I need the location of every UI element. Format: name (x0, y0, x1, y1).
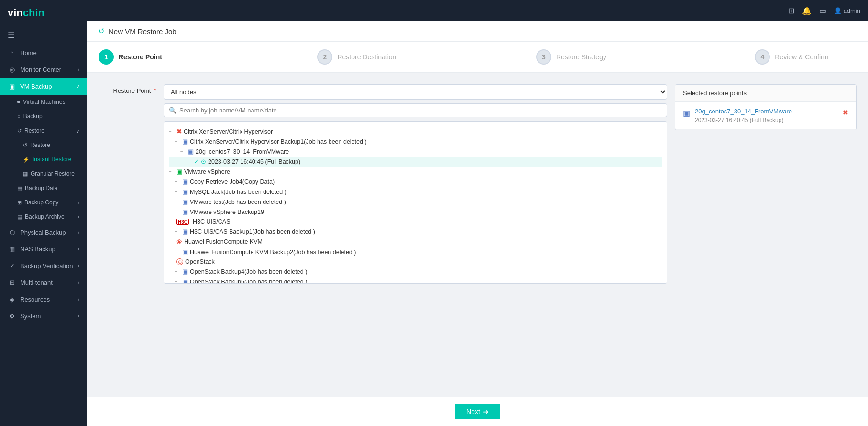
sidebar-item-backup-data[interactable]: ▤ Backup Data (0, 181, 87, 195)
chevron-right-icon: › (78, 247, 79, 252)
user-menu[interactable]: 👤 admin (834, 7, 860, 14)
content-body: Restore Point * All nodes (87, 73, 868, 397)
sidebar-item-multi-tenant[interactable]: ⊞ Multi-tenant › (0, 274, 87, 291)
tree-node-h3c[interactable]: − H3C H3C UIS/CAS (169, 217, 662, 226)
tenant-icon: ⊞ (8, 279, 16, 286)
sidebar-item-physical-backup[interactable]: ⬡ Physical Backup › (0, 224, 87, 241)
tree-node-huawei[interactable]: − ❀ Huawei FusionCompute KVM (169, 236, 662, 247)
page-title: New VM Restore Job (109, 27, 176, 35)
toggle-icon: − (169, 129, 175, 134)
grid-icon[interactable]: ⊞ (788, 6, 794, 15)
main-content: ⊞ 🔔 ▭ 👤 admin ↺ New VM Restore Job 1 Res… (87, 0, 868, 426)
sidebar-item-label: Backup Verification (20, 262, 73, 269)
sidebar-item-home[interactable]: ⌂ Home (0, 45, 87, 61)
step-3: 3 Restore Strategy (536, 49, 638, 65)
sidebar-item-label: Backup Data (25, 185, 58, 191)
tree-node-openstack-backup4[interactable]: + ▣ OpenStack Backup4(Job has been delet… (169, 267, 662, 277)
sidebar-item-restore[interactable]: ↺ Restore ∨ (0, 123, 87, 138)
next-button-label: Next (466, 408, 480, 415)
step-2-label: Restore Destination (337, 53, 396, 61)
tree-node-mysql-jack[interactable]: + ▣ MySQL Jack(Job has been deleted ) (169, 187, 662, 197)
sidebar-item-restore-sub[interactable]: ↺ Restore (0, 138, 87, 152)
next-button[interactable]: Next ➜ (455, 404, 500, 419)
vmware-icon: ▣ (176, 168, 182, 175)
tree-node-openstack[interactable]: − ⊙ OpenStack (169, 257, 662, 267)
sidebar-item-vm-backup[interactable]: ▣ VM Backup ∨ (0, 78, 87, 95)
sidebar-toggle[interactable]: ☰ (0, 26, 87, 45)
tree-node-vmware[interactable]: − ▣ VMware vSphere (169, 167, 662, 177)
step-3-label: Restore Strategy (556, 53, 606, 61)
tree-node-citrix[interactable]: − ✖ Citrix XenServer/Citrix Hypervisor (169, 126, 662, 136)
toggle-icon: + (175, 209, 180, 214)
tree-node-citrix-backup1[interactable]: − ▣ Citrix XenServer/Citrix Hypervisor B… (169, 136, 662, 146)
sidebar-item-resources[interactable]: ◈ Resources › (0, 291, 87, 308)
nodes-dropdown[interactable]: All nodes (164, 84, 667, 100)
username: admin (844, 7, 860, 14)
job-icon: ▣ (182, 208, 188, 215)
restore-point-label: Restore Point * (113, 84, 156, 94)
dot-icon (17, 101, 20, 103)
page-header: ↺ New VM Restore Job (87, 21, 868, 42)
job-icon: ▣ (182, 198, 188, 205)
sidebar-item-virtual-machines[interactable]: Virtual Machines (0, 95, 87, 109)
remove-selected-button[interactable]: ✖ (843, 108, 848, 116)
vm-restore-icon: ▣ (683, 108, 690, 118)
home-icon: ⌂ (8, 49, 16, 56)
sidebar-item-backup[interactable]: ○ Backup (0, 109, 87, 123)
sidebar-item-backup-archive[interactable]: ▤ Backup Archive › (0, 210, 87, 224)
step-1: 1 Restore Point (99, 49, 200, 65)
hypervisor-icon: ✖ (176, 128, 182, 135)
sidebar-item-label: NAS Backup (20, 246, 55, 253)
resources-icon: ◈ (8, 296, 16, 303)
search-box: 🔍 (164, 103, 667, 117)
sidebar-item-label: VM Backup (20, 83, 52, 90)
step-connector-2 (427, 57, 528, 57)
toggle-icon: − (180, 149, 186, 154)
selected-check-icon: ✓ (194, 158, 199, 165)
job-icon: ▣ (182, 228, 188, 235)
toggle-icon: + (175, 199, 180, 204)
sidebar-item-instant-restore[interactable]: ⚡ Instant Restore (0, 152, 87, 167)
tree-node-vmware-backup19[interactable]: + ▣ VMware vSphere Backup19 (169, 207, 662, 217)
toggle-icon: − (169, 239, 175, 245)
restore-sub-icon: ↺ (23, 142, 27, 148)
job-icon: ▣ (182, 188, 188, 195)
tree-node-centos-vm[interactable]: − ▣ 20g_centos7_30_14_FromVMware (169, 146, 662, 157)
bell-icon[interactable]: 🔔 (802, 6, 812, 15)
toggle-icon: + (175, 269, 180, 274)
nodes-dropdown-wrapper: All nodes (164, 84, 667, 100)
sidebar-item-nas-backup[interactable]: ▦ NAS Backup › (0, 241, 87, 258)
circle-icon: ○ (17, 113, 21, 119)
required-marker: * (154, 87, 156, 94)
step-4-number: 4 (760, 53, 764, 61)
page-area: ↺ New VM Restore Job 1 Restore Point 2 R… (87, 21, 868, 426)
sidebar-item-granular-restore[interactable]: ▦ Granular Restore (0, 167, 87, 181)
backup-copy-icon: ⊞ (17, 200, 22, 206)
sidebar-item-monitor-center[interactable]: ◎ Monitor Center › (0, 61, 87, 78)
tree-node-copy-retrieve[interactable]: + ▣ Copy Retrieve Job4(Copy Data) (169, 177, 662, 187)
step-2-circle: 2 (317, 49, 332, 65)
vm-icon: ▣ (188, 148, 194, 155)
chevron-down-icon: ∨ (76, 128, 79, 134)
sidebar: vinchin ☰ ⌂ Home ◎ Monitor Center › ▣ VM… (0, 0, 87, 426)
tree-node-huawei-backup2[interactable]: + ▣ Huawei FusionCompute KVM Backup2(Job… (169, 247, 662, 257)
tree-node-vmware-test[interactable]: + ▣ VMware test(Job has been deleted ) (169, 197, 662, 207)
verification-icon: ✓ (8, 262, 16, 269)
sidebar-item-label: Backup Copy (24, 199, 58, 206)
search-input[interactable] (179, 107, 662, 114)
tree-node-h3c-backup1[interactable]: + ▣ H3C UIS/CAS Backup1(Job has been del… (169, 226, 662, 236)
sidebar-item-system[interactable]: ⚙ System › (0, 308, 87, 325)
toggle-icon: + (175, 279, 180, 284)
tree-node-openstack-backup5[interactable]: + ▣ OpenStack Backup5(Job has been delet… (169, 277, 662, 284)
right-panel: Selected restore points ▣ 20g_centos7_30… (675, 84, 857, 130)
left-panel: All nodes 🔍 − (164, 84, 667, 284)
sidebar-item-backup-copy[interactable]: ⊞ Backup Copy › (0, 195, 87, 210)
monitor-icon[interactable]: ▭ (819, 6, 826, 15)
sidebar-item-label: Home (20, 49, 37, 56)
job-icon: ▣ (182, 278, 188, 284)
chevron-right-icon: › (78, 230, 79, 235)
step-1-label: Restore Point (119, 53, 162, 61)
sidebar-item-backup-verification[interactable]: ✓ Backup Verification › (0, 258, 87, 274)
tree-node-backup-point[interactable]: ✓ ⊙ 2023-03-27 16:40:45 (Full Backup) (169, 157, 662, 167)
sidebar-item-label: Physical Backup (20, 229, 66, 236)
